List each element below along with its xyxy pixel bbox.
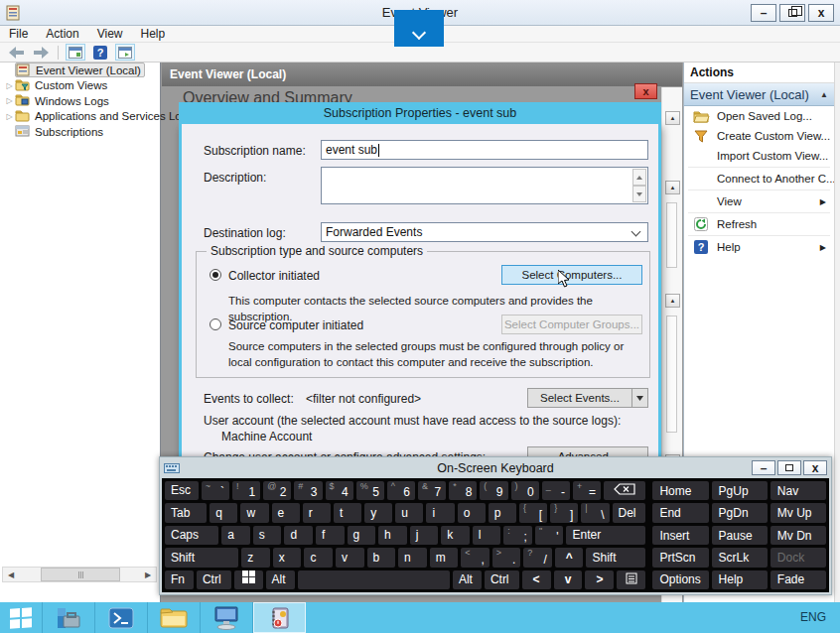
action-item-connect-to-another-c[interactable]: Connect to Another C...: [684, 169, 834, 189]
select-computers-button[interactable]: Select Computers...: [501, 265, 642, 285]
key-caps[interactable]: Caps: [165, 526, 218, 545]
tree-expander-icon[interactable]: ▷: [4, 96, 15, 105]
tree-expander-icon[interactable]: ▷: [4, 112, 15, 121]
menu-key-icon[interactable]: [617, 570, 645, 589]
tree-horizontal-scrollbar[interactable]: ◀ ▶: [2, 567, 157, 582]
menu-view[interactable]: View: [88, 27, 132, 41]
key-;[interactable]: :;: [503, 526, 532, 545]
help-toolbar-icon[interactable]: ?: [90, 44, 110, 61]
key-ctrl[interactable]: Ctrl: [485, 570, 519, 589]
scroll-down-icon[interactable]: [632, 186, 646, 202]
select-computer-groups-button[interactable]: Select Computer Groups...: [501, 315, 642, 334]
key-v[interactable]: v: [554, 570, 583, 589]
minimize-button[interactable]: –: [751, 4, 776, 22]
key-x[interactable]: x: [273, 548, 302, 567]
forward-icon[interactable]: [31, 44, 51, 61]
console-tree-icon[interactable]: [66, 44, 85, 61]
scroll-right-icon[interactable]: ▶: [140, 568, 156, 581]
tree-item-custom-views[interactable]: ▷Custom Views: [0, 78, 160, 94]
scrollbar-thumb[interactable]: [41, 568, 120, 581]
key-2[interactable]: @2: [263, 481, 291, 500]
destination-log-select[interactable]: Forwarded Events: [321, 222, 648, 242]
key-9[interactable]: (9: [480, 481, 507, 500]
key-b[interactable]: b: [367, 548, 396, 567]
key-'[interactable]: "': [535, 526, 564, 545]
back-icon[interactable]: [6, 44, 26, 61]
key-4[interactable]: $4: [326, 481, 353, 500]
key-o[interactable]: o: [458, 503, 486, 522]
key-p[interactable]: p: [489, 503, 516, 522]
menu-help[interactable]: Help: [132, 27, 175, 41]
key-shift[interactable]: Shift: [165, 548, 238, 567]
key-esc[interactable]: Esc: [165, 481, 199, 500]
source-initiated-radio[interactable]: [210, 318, 221, 330]
key-c[interactable]: c: [304, 548, 333, 567]
key-scrlk[interactable]: ScrLk: [712, 548, 768, 567]
key-del[interactable]: Del: [613, 503, 646, 522]
taskbar-file-explorer[interactable]: [148, 602, 201, 633]
key-alt[interactable]: Alt: [453, 570, 482, 589]
select-events-button[interactable]: Select Events...: [527, 388, 632, 408]
taskbar-event-viewer[interactable]: [253, 602, 306, 633]
key-j[interactable]: j: [410, 526, 439, 545]
key-3[interactable]: #3: [294, 481, 322, 500]
key-,[interactable]: <,: [461, 548, 490, 567]
collector-initiated-radio[interactable]: [210, 269, 221, 281]
tree-item-applications-and-services-lo[interactable]: ▷Applications and Services Lo: [0, 109, 160, 125]
action-item-help[interactable]: ?Help▶: [684, 237, 834, 257]
description-scroll-buttons[interactable]: [632, 169, 646, 202]
key-8[interactable]: *8: [449, 481, 477, 500]
action-item-import-custom-view[interactable]: Import Custom View...: [684, 146, 834, 166]
key-i[interactable]: i: [426, 503, 454, 522]
scroll-up-icon[interactable]: [632, 169, 646, 186]
key-r[interactable]: r: [303, 503, 331, 522]
key--[interactable]: _-: [542, 481, 570, 500]
key-u[interactable]: u: [395, 503, 423, 522]
tree-item-event-viewer-local[interactable]: Event Viewer (Local): [0, 63, 160, 78]
description-input[interactable]: [321, 167, 648, 204]
key-k[interactable]: k: [441, 526, 470, 545]
action-item-open-saved-log[interactable]: Open Saved Log...: [684, 106, 834, 126]
start-button[interactable]: [0, 602, 43, 633]
key->[interactable]: >: [585, 570, 614, 589]
collapse-section-icon[interactable]: ▲: [665, 111, 680, 125]
key-m[interactable]: m: [430, 548, 459, 567]
key-tab[interactable]: Tab: [165, 503, 207, 522]
key-\[interactable]: |\: [581, 503, 609, 522]
key-shift[interactable]: Shift: [586, 548, 645, 567]
action-item-refresh[interactable]: Refresh: [684, 214, 834, 234]
dialog-close-button[interactable]: x: [634, 83, 657, 99]
osk-close-button[interactable]: x: [803, 460, 827, 475]
key-6[interactable]: ^6: [387, 481, 415, 500]
tree-item-subscriptions[interactable]: Subscriptions: [0, 124, 160, 140]
key-`[interactable]: ~`: [202, 481, 229, 500]
show-action-pane-icon[interactable]: [115, 44, 135, 61]
key-/[interactable]: ?/: [523, 548, 552, 567]
select-events-dropdown-arrow[interactable]: [632, 388, 648, 408]
select-events-split-button[interactable]: Select Events...: [527, 388, 648, 408]
collapse-section-icon[interactable]: ▲: [665, 294, 680, 308]
key-ctrl[interactable]: Ctrl: [197, 570, 231, 589]
taskbar-server-manager[interactable]: [43, 602, 95, 633]
key-[[interactable]: {[: [519, 503, 547, 522]
key-.[interactable]: >.: [492, 548, 521, 567]
key-end[interactable]: End: [652, 503, 708, 522]
key-g[interactable]: g: [348, 526, 376, 545]
key-q[interactable]: q: [210, 503, 237, 522]
key-t[interactable]: t: [334, 503, 361, 522]
key-n[interactable]: n: [398, 548, 427, 567]
key-l[interactable]: l: [473, 526, 501, 545]
key-insert[interactable]: Insert: [652, 526, 708, 545]
key-=[interactable]: +=: [573, 481, 601, 500]
key-pgup[interactable]: PgUp: [712, 481, 768, 500]
tree-expander-icon[interactable]: ▷: [4, 81, 15, 90]
taskbar-powershell[interactable]: [95, 602, 148, 633]
key-7[interactable]: &7: [418, 481, 446, 500]
key-home[interactable]: Home: [652, 481, 708, 500]
key-s[interactable]: s: [253, 526, 282, 545]
key-1[interactable]: !1: [232, 481, 260, 500]
touch-keyboard-dock-button[interactable]: [394, 10, 444, 47]
key-5[interactable]: %5: [356, 481, 384, 500]
key-a[interactable]: a: [221, 526, 250, 545]
actions-group-header[interactable]: Event Viewer (Local) ▲: [684, 83, 834, 106]
